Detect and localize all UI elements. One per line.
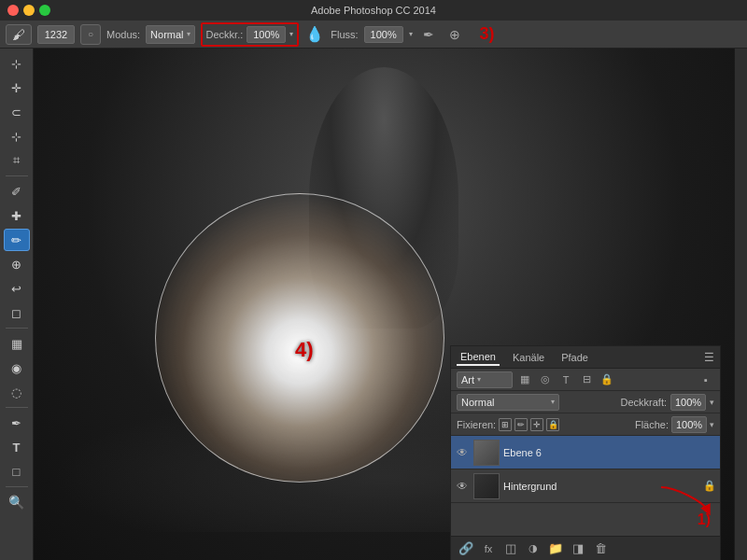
canvas-area[interactable]: 4) Ebenen Kanäle Pfade ☰ Art ▾ ▦ ◎ T ⊟ 🔒 bbox=[34, 49, 734, 560]
clone-stamp-tool[interactable]: ⊕ bbox=[4, 253, 30, 275]
flache-label: Fläche: bbox=[635, 419, 669, 430]
quick-selection-tool[interactable]: ⊹ bbox=[4, 125, 30, 147]
fix-move-icon[interactable]: ✛ bbox=[530, 418, 543, 431]
fix-lock-icon[interactable]: 🔒 bbox=[546, 418, 559, 431]
brush-preview[interactable]: ○ bbox=[80, 24, 101, 45]
panel-bottom-bar: 🔗 fx ◫ ◑ 📁 ◨ 🗑 bbox=[451, 536, 720, 560]
label-3-annotation: 3) bbox=[480, 24, 495, 44]
red-arrow-icon bbox=[656, 483, 712, 515]
crop-tool[interactable]: ⌗ bbox=[4, 149, 30, 172]
layer-thumb-hintergrund bbox=[473, 473, 500, 499]
zoom-tool[interactable]: 🔍 bbox=[4, 491, 30, 513]
add-mask-btn[interactable]: ◫ bbox=[501, 539, 520, 558]
opacity-label: Deckkraft: bbox=[620, 397, 667, 408]
label-1-annotation: 1) bbox=[698, 511, 711, 528]
rectangular-marquee-tool[interactable]: ⊹ bbox=[4, 52, 30, 75]
fix-pixel-icon[interactable]: ⊞ bbox=[499, 418, 512, 431]
lasso-tool[interactable]: ⊂ bbox=[4, 101, 30, 123]
layer-thumb-ebene6 bbox=[473, 440, 500, 466]
text-tool[interactable]: T bbox=[4, 436, 30, 458]
filter-icon-4[interactable]: ⊟ bbox=[578, 371, 595, 388]
main-area: ⊹ ✛ ⊂ ⊹ ⌗ ✐ ✚ ✏ ⊕ ↩ ◻ ▦ ◉ ◌ ✒ T □ 🔍 2) 4… bbox=[0, 49, 747, 560]
layer-visibility-hintergrund[interactable]: 👁 bbox=[455, 479, 470, 494]
dodge-tool[interactable]: ◌ bbox=[4, 381, 30, 403]
blur-tool[interactable]: ◉ bbox=[4, 357, 30, 379]
brush-preview-icon: ○ bbox=[88, 29, 93, 39]
modus-dropdown-arrow: ▾ bbox=[187, 30, 190, 38]
panel-tab-row: Ebenen Kanäle Pfade ☰ bbox=[451, 346, 720, 369]
deckkr-label: Deckkr.: bbox=[206, 29, 244, 40]
eraser-tool[interactable]: ◻ bbox=[4, 301, 30, 324]
flache-value[interactable]: 100% bbox=[671, 416, 707, 433]
new-layer-btn[interactable]: ◨ bbox=[569, 539, 587, 558]
tab-ebenen[interactable]: Ebenen bbox=[457, 349, 500, 366]
filter-icon-2[interactable]: ◎ bbox=[537, 371, 554, 388]
brush-icon-btn[interactable]: 🖌 bbox=[6, 24, 32, 45]
layer-visibility-ebene6[interactable]: 👁 bbox=[455, 445, 470, 460]
delete-layer-btn[interactable]: 🗑 bbox=[591, 539, 610, 558]
brush-icon: 🖌 bbox=[12, 27, 25, 42]
left-toolbar: ⊹ ✛ ⊂ ⊹ ⌗ ✐ ✚ ✏ ⊕ ↩ ◻ ▦ ◉ ◌ ✒ T □ 🔍 bbox=[0, 49, 34, 560]
healing-brush-tool[interactable]: ✚ bbox=[4, 204, 30, 227]
brush-tool[interactable]: ✏ bbox=[4, 229, 30, 251]
tab-pfade[interactable]: Pfade bbox=[557, 350, 592, 365]
right-scrollbar[interactable] bbox=[734, 49, 747, 560]
traffic-lights bbox=[7, 5, 50, 16]
title-bar: Adobe Photoshop CC 2014 bbox=[0, 0, 747, 21]
fix-brush-icon[interactable]: ✏ bbox=[514, 418, 528, 431]
art-dropdown-arrow: ▾ bbox=[477, 375, 481, 384]
airbrush-icon[interactable]: 💧 bbox=[304, 24, 325, 45]
toolbar-separator-1 bbox=[6, 175, 28, 176]
minimize-button[interactable] bbox=[23, 5, 35, 16]
panel-filter-row: Art ▾ ▦ ◎ T ⊟ 🔒 ▪ bbox=[451, 369, 720, 391]
tablet-pressure-icon[interactable]: ✒ bbox=[418, 24, 439, 45]
fluss-value[interactable]: 100% bbox=[364, 26, 403, 43]
modus-dropdown[interactable]: Normal ▾ bbox=[146, 25, 194, 44]
fluss-arrow: ▾ bbox=[409, 30, 413, 38]
blend-mode-dropdown[interactable]: Normal ▾ bbox=[457, 394, 559, 411]
flache-arrow[interactable]: ▾ bbox=[710, 420, 714, 429]
adjustment-layer-btn[interactable]: ◑ bbox=[524, 539, 543, 558]
tab-kanaele[interactable]: Kanäle bbox=[509, 350, 548, 365]
pen-tool[interactable]: ✒ bbox=[4, 412, 30, 434]
history-brush-tool[interactable]: ↩ bbox=[4, 277, 30, 300]
fluss-label: Fluss: bbox=[331, 29, 358, 40]
new-group-btn[interactable]: 📁 bbox=[546, 539, 565, 558]
filter-icon-1[interactable]: ▦ bbox=[516, 371, 533, 388]
filter-icon-5[interactable]: 🔒 bbox=[599, 371, 615, 388]
art-dropdown[interactable]: Art ▾ bbox=[457, 371, 513, 388]
opacity-value[interactable]: 100% bbox=[670, 394, 706, 411]
brush-size-display[interactable]: 1232 bbox=[37, 25, 75, 44]
move-tool[interactable]: ✛ bbox=[4, 77, 30, 99]
modus-label: Modus: bbox=[106, 29, 140, 40]
toolbar-separator-4 bbox=[6, 486, 28, 487]
shape-tool[interactable]: □ bbox=[4, 460, 30, 483]
link-layers-btn[interactable]: 🔗 bbox=[457, 539, 475, 558]
label-4-annotation: 4) bbox=[295, 338, 314, 362]
filter-icon-3[interactable]: T bbox=[557, 371, 574, 388]
gradient-tool[interactable]: ▦ bbox=[4, 332, 30, 355]
close-button[interactable] bbox=[7, 5, 19, 16]
panel-menu-button[interactable]: ☰ bbox=[704, 351, 714, 364]
layer-style-btn[interactable]: fx bbox=[479, 539, 498, 558]
panel-close-mini[interactable]: ▪ bbox=[698, 371, 714, 388]
deckkr-arrow: ▾ bbox=[289, 30, 293, 38]
fixieren-row: Fixieren: ⊞ ✏ ✛ 🔒 Fläche: 100% ▾ bbox=[451, 413, 720, 436]
deckkr-value[interactable]: 100% bbox=[247, 26, 286, 43]
title-text: Adobe Photoshop CC 2014 bbox=[311, 5, 436, 16]
options-bar: 🖌 1232 ○ Modus: Normal ▾ Deckkr.: 100% ▾… bbox=[0, 21, 747, 49]
opacity-arrow[interactable]: ▾ bbox=[710, 398, 714, 407]
fixieren-label: Fixieren: bbox=[457, 419, 496, 430]
layer-name-ebene6: Ebene 6 bbox=[503, 447, 716, 458]
smoothing-icon[interactable]: ⊕ bbox=[444, 24, 465, 45]
layers-panel: Ebenen Kanäle Pfade ☰ Art ▾ ▦ ◎ T ⊟ 🔒 ▪ bbox=[450, 345, 721, 560]
toolbar-separator-3 bbox=[6, 407, 28, 408]
toolbar-separator-2 bbox=[6, 328, 28, 329]
maximize-button[interactable] bbox=[39, 5, 50, 16]
layer-row-ebene6[interactable]: 👁 Ebene 6 bbox=[451, 436, 720, 469]
blend-mode-row: Normal ▾ Deckkraft: 100% ▾ bbox=[451, 391, 720, 413]
deckkr-section: Deckkr.: 100% ▾ bbox=[201, 22, 300, 47]
blend-dropdown-arrow: ▾ bbox=[551, 398, 555, 406]
eyedropper-tool[interactable]: ✐ bbox=[4, 180, 30, 203]
